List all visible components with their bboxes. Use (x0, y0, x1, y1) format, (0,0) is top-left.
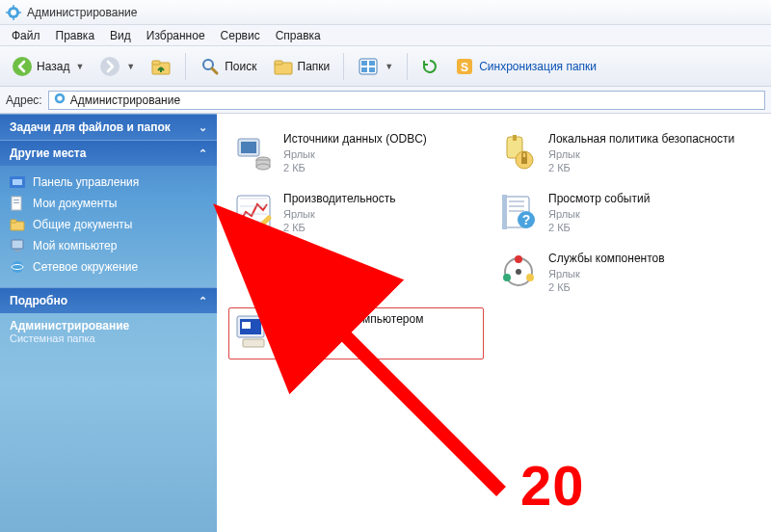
item-name: Управление компьютером (283, 312, 423, 328)
addressbar: Адрес: Администрирование (0, 87, 771, 114)
svg-point-33 (256, 164, 270, 170)
menu-view[interactable]: Вид (102, 27, 139, 44)
item-type: Ярлык (548, 147, 734, 161)
sidebar-item-label: Общие документы (33, 218, 132, 231)
item-odbc[interactable]: Источники данных (ODBC) Ярлык 2 КБ (228, 127, 484, 179)
sidebar-item-control-panel[interactable]: Панель управления (10, 172, 207, 193)
folder-icon (10, 217, 25, 232)
group-tasks-header[interactable]: Задачи для файлов и папок ⌄ (0, 114, 217, 140)
details-type: Системная папка (10, 332, 207, 344)
address-value: Администрирование (70, 93, 180, 107)
sidebar-item-network[interactable]: Сетевое окружение (10, 256, 207, 278)
back-icon (12, 56, 33, 77)
menu-favorites[interactable]: Избранное (139, 27, 213, 44)
documents-icon (10, 196, 25, 211)
svg-rect-22 (13, 202, 19, 203)
item-size: 2 КБ (548, 221, 650, 234)
folders-label: Папки (298, 60, 331, 73)
item-local-security-policy[interactable]: Локальная политика безопасности Ярлык 2 … (493, 127, 749, 179)
back-button[interactable]: Назад ▼ (6, 53, 90, 80)
item-name: Локальная политика безопасности (548, 132, 734, 147)
item-name: Производительность (283, 192, 395, 207)
menu-help[interactable]: Справка (268, 27, 329, 44)
sync-icon: S (454, 56, 475, 77)
group-details-header[interactable]: Подробно ⌃ (0, 287, 217, 313)
group-places-title: Другие места (10, 146, 86, 160)
event-viewer-icon: ? (498, 192, 539, 232)
sidebar-item-my-computer[interactable]: Мой компьютер (10, 235, 207, 256)
menu-service[interactable]: Сервис (213, 27, 268, 44)
item-performance[interactable]: Производительность Ярлык 2 КБ (228, 187, 484, 239)
item-size: 2 КБ (548, 280, 665, 294)
folder-view[interactable]: Источники данных (ODBC) Ярлык 2 КБ Локал… (217, 114, 771, 532)
forward-icon (99, 56, 120, 77)
folders-button[interactable]: Папки (267, 53, 336, 80)
svg-point-53 (526, 274, 534, 281)
sidebar-item-shared-documents[interactable]: Общие документы (10, 214, 207, 235)
admin-tools-icon (6, 5, 21, 20)
details-name: Администрирование (10, 319, 207, 332)
menu-file[interactable]: Файл (4, 27, 48, 44)
chevron-down-icon: ▼ (385, 62, 393, 71)
security-policy-icon (498, 132, 539, 173)
services-icon (233, 252, 274, 292)
svg-rect-10 (361, 61, 367, 66)
search-label: Поиск (225, 60, 256, 73)
toolbar-separator (343, 53, 344, 80)
svg-rect-26 (14, 250, 20, 252)
search-icon (199, 56, 221, 77)
toolbar-separator (407, 53, 408, 80)
svg-rect-8 (275, 61, 282, 65)
item-type: Ярлык (283, 327, 423, 340)
admin-tools-icon (53, 92, 66, 108)
group-details-title: Подробно (10, 294, 67, 307)
group-places-header[interactable]: Другие места ⌃ (0, 140, 217, 166)
svg-point-49 (256, 275, 263, 281)
item-services[interactable]: Службы Ярлык 2 КБ (228, 247, 484, 299)
svg-rect-12 (361, 67, 367, 72)
svg-rect-19 (13, 179, 22, 185)
svg-text:S: S (461, 61, 468, 74)
item-name: Просмотр событий (548, 192, 650, 207)
group-tasks: Задачи для файлов и папок ⌄ (0, 114, 217, 140)
svg-rect-40 (502, 195, 507, 229)
sync-button[interactable]: S Синхронизация папки (448, 53, 602, 80)
up-button[interactable] (145, 53, 177, 80)
svg-rect-42 (509, 205, 524, 207)
control-panel-icon (10, 174, 25, 190)
group-places-body: Панель управления Мои документы Общие до… (0, 166, 217, 287)
svg-point-52 (503, 274, 511, 281)
item-component-services[interactable]: Службы компонентов Ярлык 2 КБ (493, 247, 749, 299)
views-button[interactable]: ▼ (352, 53, 399, 80)
computer-management-icon (233, 312, 274, 353)
toolbar: Назад ▼ ▼ Поиск Папки ▼ (0, 46, 771, 87)
svg-text:?: ? (522, 212, 531, 227)
svg-point-51 (515, 255, 522, 263)
menu-edit[interactable]: Правка (48, 27, 103, 44)
refresh-button[interactable] (415, 55, 444, 78)
side-panel: Задачи для файлов и папок ⌄ Другие места… (0, 114, 217, 532)
address-field[interactable]: Администрирование (48, 91, 765, 110)
svg-rect-58 (242, 322, 251, 329)
svg-rect-41 (509, 200, 524, 202)
group-details: Подробно ⌃ Администрирование Системная п… (0, 287, 217, 354)
item-type: Ярлык (283, 147, 427, 161)
svg-rect-25 (12, 240, 23, 249)
item-name: Источники данных (ODBC) (283, 132, 427, 147)
svg-point-1 (11, 10, 16, 15)
chevron-down-icon: ⌄ (199, 121, 207, 134)
chevron-up-icon: ⌃ (199, 147, 207, 160)
item-event-viewer[interactable]: ? Просмотр событий Ярлык 2 КБ (493, 187, 749, 239)
window-title: Администрирование (27, 6, 137, 19)
forward-button[interactable]: ▼ (93, 53, 141, 80)
search-button[interactable]: Поиск (194, 53, 262, 80)
svg-point-17 (57, 95, 62, 100)
item-computer-management[interactable]: Управление компьютером Ярлык 2 КБ (228, 307, 484, 359)
computer-icon (10, 238, 25, 253)
performance-icon (233, 192, 274, 232)
item-name: Службы компонентов (548, 252, 665, 267)
sidebar-item-my-documents[interactable]: Мои документы (10, 193, 207, 214)
svg-rect-5 (152, 61, 160, 65)
item-type: Ярлык (548, 267, 665, 280)
item-size: 2 КБ (283, 280, 327, 294)
